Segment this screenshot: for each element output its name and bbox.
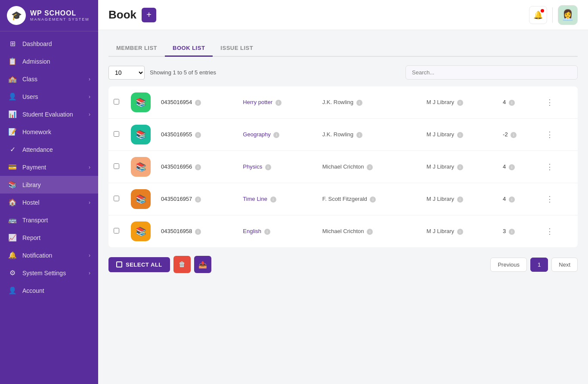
book-actions-3[interactable]: ⋮ [537, 183, 578, 215]
sidebar-item-report[interactable]: 📈 Report [0, 229, 98, 246]
book-title-info-2[interactable]: i [265, 164, 271, 170]
sidebar-item-account[interactable]: 👤 Account [0, 282, 98, 299]
book-menu-1[interactable]: ⋮ [542, 129, 557, 141]
book-icon-0: 📚 [131, 92, 151, 112]
book-menu-4[interactable]: ⋮ [542, 225, 557, 237]
checkbox-0[interactable] [114, 99, 119, 104]
checkbox-2[interactable] [114, 163, 119, 169]
book-id-info-2[interactable]: i [195, 164, 201, 170]
select-all-button[interactable]: SELECT ALL [108, 257, 170, 272]
book-library-2: M J Library i [421, 151, 498, 183]
book-menu-3[interactable]: ⋮ [542, 193, 557, 205]
table-controls: 10 25 50 100 Showing 1 to 5 of 5 entries [108, 65, 578, 80]
sidebar-item-users[interactable]: 👤 Users › [0, 88, 98, 105]
book-library-info-0[interactable]: i [457, 100, 463, 106]
sidebar-item-system-settings[interactable]: ⚙ System Settings › [0, 264, 98, 282]
sidebar-item-admission[interactable]: 📋 Admission [0, 52, 98, 70]
pagination-previous[interactable]: Previous [490, 258, 527, 272]
book-count-info-0[interactable]: i [509, 100, 515, 106]
export-button[interactable]: 📤 [194, 256, 211, 273]
tab-issue-list[interactable]: ISSUE LIST [213, 40, 261, 56]
tab-book-list[interactable]: BOOK LIST [165, 40, 213, 57]
nav-arrow-payment: › [89, 164, 90, 170]
nav-label-payment: Payment [22, 164, 46, 171]
book-author-info-1[interactable]: i [356, 132, 362, 138]
nav-arrow-student-evaluation: › [89, 111, 90, 117]
checkbox-4[interactable] [114, 228, 119, 233]
nav-label-attendance: Attendance [22, 146, 53, 153]
book-icon-cell-2: 📚 [126, 151, 156, 183]
sidebar-item-class[interactable]: 🏫 Class › [0, 70, 98, 88]
book-table: 📚 0435016954 i Herry potter i J.K. Rowli… [108, 86, 578, 247]
book-title-info-1[interactable]: i [273, 132, 279, 138]
book-id-info-3[interactable]: i [195, 197, 201, 203]
sidebar-item-hostel[interactable]: 🏠 Hostel › [0, 194, 98, 211]
book-id-2: 0435016956 i [156, 151, 238, 183]
book-library-info-2[interactable]: i [457, 164, 463, 170]
sidebar-item-homework[interactable]: 📝 Homework [0, 123, 98, 141]
tab-member-list[interactable]: MEMBER LIST [108, 40, 165, 56]
book-author-info-4[interactable]: i [367, 229, 373, 235]
checkbox-3[interactable] [114, 196, 119, 201]
book-id-info-1[interactable]: i [195, 132, 201, 138]
pagination: Previous1Next [490, 258, 578, 272]
sidebar-item-transport[interactable]: 🚌 Transport [0, 211, 98, 229]
checkbox-1[interactable] [114, 131, 119, 137]
sidebar-item-notification[interactable]: 🔔 Notification › [0, 246, 98, 264]
nav-icon-attendance: ✓ [8, 145, 17, 154]
entries-select[interactable]: 10 25 50 100 [108, 66, 145, 80]
nav-label-account: Account [22, 287, 44, 294]
brand-name: WP SCHOOL [30, 9, 90, 17]
notification-button[interactable]: 🔔 [529, 6, 547, 24]
nav-label-hostel: Hostel [22, 199, 40, 206]
nav-label-users: Users [22, 93, 38, 100]
book-count-info-1[interactable]: i [511, 132, 517, 138]
book-count-info-4[interactable]: i [509, 229, 515, 235]
pagination-page-1[interactable]: 1 [530, 258, 548, 272]
book-id-1: 0435016955 i [156, 119, 238, 151]
book-title-info-3[interactable]: i [270, 197, 276, 203]
book-actions-4[interactable]: ⋮ [537, 215, 578, 248]
book-library-info-4[interactable]: i [457, 229, 463, 235]
nav-label-notification: Notification [22, 252, 52, 259]
book-author-info-3[interactable]: i [370, 197, 376, 203]
book-library-info-1[interactable]: i [457, 132, 463, 138]
avatar-button[interactable]: 👩‍💼 [558, 5, 578, 25]
book-menu-0[interactable]: ⋮ [542, 96, 557, 108]
row-checkbox-3[interactable] [108, 183, 126, 215]
book-count-3: 4 i [498, 183, 537, 215]
book-title-info-4[interactable]: i [264, 229, 270, 235]
sidebar-item-library[interactable]: 📚 Library [0, 176, 98, 194]
book-title-info-0[interactable]: i [275, 100, 282, 106]
sidebar-item-dashboard[interactable]: ⊞ Dashboard [0, 35, 98, 52]
book-author-4: Michael Crichton i [317, 215, 421, 248]
row-checkbox-1[interactable] [108, 119, 126, 151]
search-input[interactable] [405, 65, 578, 80]
book-library-info-3[interactable]: i [457, 197, 463, 203]
book-actions-0[interactable]: ⋮ [537, 86, 578, 119]
row-checkbox-4[interactable] [108, 215, 126, 248]
sidebar-item-attendance[interactable]: ✓ Attendance [0, 141, 98, 158]
book-id-info-4[interactable]: i [195, 229, 201, 235]
sidebar-item-student-evaluation[interactable]: 📊 Student Evaluation › [0, 105, 98, 123]
sidebar-item-payment[interactable]: 💳 Payment › [0, 158, 98, 176]
bottom-bar: SELECT ALL 🗑 📤 Previous1Next [108, 256, 578, 273]
book-author-info-0[interactable]: i [356, 100, 362, 106]
book-menu-2[interactable]: ⋮ [542, 161, 557, 173]
book-actions-2[interactable]: ⋮ [537, 151, 578, 183]
book-id-info-0[interactable]: i [195, 100, 201, 106]
book-library-1: M J Library i [421, 119, 498, 151]
book-author-info-2[interactable]: i [367, 164, 373, 170]
pagination-next[interactable]: Next [551, 258, 578, 272]
add-book-button[interactable]: + [142, 8, 156, 22]
book-icon-4: 📚 [131, 221, 151, 241]
book-count-info-2[interactable]: i [509, 164, 515, 170]
sidebar-nav: ⊞ Dashboard 📋 Admission 🏫 Class › 👤 User… [0, 31, 98, 384]
nav-label-class: Class [22, 76, 37, 83]
row-checkbox-2[interactable] [108, 151, 126, 183]
row-checkbox-0[interactable] [108, 86, 126, 119]
book-actions-1[interactable]: ⋮ [537, 119, 578, 151]
delete-button[interactable]: 🗑 [173, 256, 191, 273]
book-count-info-3[interactable]: i [509, 197, 515, 203]
nav-icon-homework: 📝 [8, 128, 17, 136]
